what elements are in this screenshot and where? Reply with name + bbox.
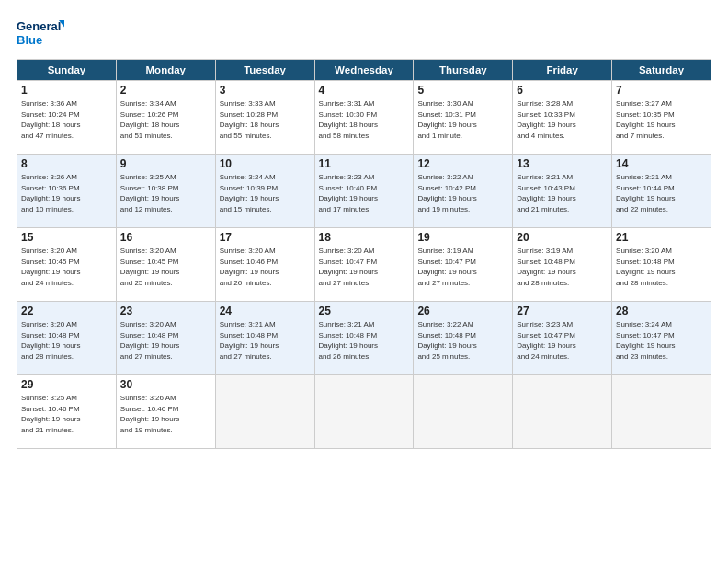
day-info: Sunrise: 3:20 AMSunset: 10:47 PMDaylight…: [319, 246, 410, 288]
calendar-cell: [314, 375, 414, 449]
day-number: 12: [417, 157, 508, 170]
day-number: 13: [517, 157, 608, 170]
calendar-cell: 13Sunrise: 3:21 AMSunset: 10:43 PMDaylig…: [513, 155, 612, 228]
day-number: 8: [21, 157, 112, 170]
day-info: Sunrise: 3:23 AMSunset: 10:40 PMDaylight…: [319, 172, 410, 214]
day-number: 20: [517, 231, 608, 244]
calendar-cell: [513, 375, 612, 449]
calendar-cell: 20Sunrise: 3:19 AMSunset: 10:48 PMDaylig…: [513, 228, 612, 302]
svg-text:Blue: Blue: [17, 33, 42, 47]
calendar-cell: 24Sunrise: 3:21 AMSunset: 10:48 PMDaylig…: [215, 302, 314, 375]
day-number: 21: [616, 231, 707, 244]
header-friday: Friday: [513, 60, 612, 81]
calendar-cell: 19Sunrise: 3:19 AMSunset: 10:47 PMDaylig…: [414, 228, 513, 302]
day-info: Sunrise: 3:30 AMSunset: 10:31 PMDaylight…: [417, 98, 508, 141]
calendar-cell: 10Sunrise: 3:24 AMSunset: 10:39 PMDaylig…: [215, 155, 314, 228]
calendar-cell: 25Sunrise: 3:21 AMSunset: 10:48 PMDaylig…: [314, 302, 414, 375]
calendar-cell: 30Sunrise: 3:26 AMSunset: 10:46 PMDaylig…: [116, 375, 215, 449]
calendar-cell: 2Sunrise: 3:34 AMSunset: 10:26 PMDayligh…: [116, 81, 215, 155]
day-info: Sunrise: 3:20 AMSunset: 10:45 PMDaylight…: [21, 246, 112, 288]
calendar-cell: [215, 375, 314, 449]
header-sunday: Sunday: [17, 60, 117, 81]
day-info: Sunrise: 3:36 AMSunset: 10:24 PMDaylight…: [21, 98, 112, 141]
calendar-cell: 15Sunrise: 3:20 AMSunset: 10:45 PMDaylig…: [17, 228, 117, 302]
svg-text:General: General: [17, 19, 61, 33]
calendar-cell: 7Sunrise: 3:27 AMSunset: 10:35 PMDayligh…: [612, 81, 711, 155]
week-row-2: 8Sunrise: 3:26 AMSunset: 10:36 PMDayligh…: [17, 155, 711, 228]
day-info: Sunrise: 3:20 AMSunset: 10:48 PMDaylight…: [21, 319, 112, 362]
day-info: Sunrise: 3:20 AMSunset: 10:46 PMDaylight…: [220, 246, 311, 288]
day-number: 28: [616, 304, 707, 317]
calendar-cell: 1Sunrise: 3:36 AMSunset: 10:24 PMDayligh…: [17, 81, 117, 155]
day-number: 30: [120, 378, 211, 391]
calendar-cell: 9Sunrise: 3:25 AMSunset: 10:38 PMDayligh…: [116, 155, 215, 228]
calendar-cell: 16Sunrise: 3:20 AMSunset: 10:45 PMDaylig…: [116, 228, 215, 302]
week-row-4: 22Sunrise: 3:20 AMSunset: 10:48 PMDaylig…: [17, 302, 711, 375]
day-number: 15: [21, 231, 112, 244]
calendar-cell: 28Sunrise: 3:24 AMSunset: 10:47 PMDaylig…: [612, 302, 711, 375]
day-number: 27: [517, 304, 608, 317]
calendar-cell: 17Sunrise: 3:20 AMSunset: 10:46 PMDaylig…: [215, 228, 314, 302]
day-number: 23: [120, 304, 211, 317]
day-info: Sunrise: 3:34 AMSunset: 10:26 PMDaylight…: [120, 98, 211, 141]
day-number: 29: [21, 378, 112, 391]
calendar-cell: 4Sunrise: 3:31 AMSunset: 10:30 PMDayligh…: [314, 81, 414, 155]
day-info: Sunrise: 3:21 AMSunset: 10:48 PMDaylight…: [319, 319, 410, 362]
header-monday: Monday: [116, 60, 215, 81]
day-info: Sunrise: 3:21 AMSunset: 10:48 PMDaylight…: [220, 319, 311, 362]
calendar-header-row: SundayMondayTuesdayWednesdayThursdayFrid…: [17, 60, 711, 81]
day-number: 18: [319, 231, 410, 244]
calendar-cell: 22Sunrise: 3:20 AMSunset: 10:48 PMDaylig…: [17, 302, 117, 375]
day-info: Sunrise: 3:26 AMSunset: 10:46 PMDaylight…: [120, 393, 211, 435]
day-info: Sunrise: 3:19 AMSunset: 10:47 PMDaylight…: [417, 246, 508, 288]
day-number: 24: [220, 304, 311, 317]
day-info: Sunrise: 3:24 AMSunset: 10:47 PMDaylight…: [616, 319, 707, 362]
day-info: Sunrise: 3:23 AMSunset: 10:47 PMDaylight…: [517, 319, 608, 362]
calendar-cell: 6Sunrise: 3:28 AMSunset: 10:33 PMDayligh…: [513, 81, 612, 155]
day-info: Sunrise: 3:20 AMSunset: 10:45 PMDaylight…: [120, 246, 211, 288]
header: General Blue: [17, 17, 711, 50]
calendar-cell: 26Sunrise: 3:22 AMSunset: 10:48 PMDaylig…: [414, 302, 513, 375]
day-number: 5: [417, 84, 508, 97]
day-info: Sunrise: 3:28 AMSunset: 10:33 PMDaylight…: [517, 98, 608, 141]
day-number: 11: [319, 157, 410, 170]
week-row-1: 1Sunrise: 3:36 AMSunset: 10:24 PMDayligh…: [17, 81, 711, 155]
day-number: 3: [220, 84, 311, 97]
day-info: Sunrise: 3:26 AMSunset: 10:36 PMDaylight…: [21, 172, 112, 214]
calendar-cell: 21Sunrise: 3:20 AMSunset: 10:48 PMDaylig…: [612, 228, 711, 302]
calendar-cell: 11Sunrise: 3:23 AMSunset: 10:40 PMDaylig…: [314, 155, 414, 228]
day-number: 6: [517, 84, 608, 97]
calendar-cell: 29Sunrise: 3:25 AMSunset: 10:46 PMDaylig…: [17, 375, 117, 449]
day-number: 7: [616, 84, 707, 97]
header-saturday: Saturday: [612, 60, 711, 81]
week-row-3: 15Sunrise: 3:20 AMSunset: 10:45 PMDaylig…: [17, 228, 711, 302]
calendar-cell: [612, 375, 711, 449]
calendar-cell: 18Sunrise: 3:20 AMSunset: 10:47 PMDaylig…: [314, 228, 414, 302]
day-info: Sunrise: 3:27 AMSunset: 10:35 PMDaylight…: [616, 98, 707, 141]
day-info: Sunrise: 3:33 AMSunset: 10:28 PMDaylight…: [220, 98, 311, 141]
day-info: Sunrise: 3:20 AMSunset: 10:48 PMDaylight…: [616, 246, 707, 288]
day-number: 2: [120, 84, 211, 97]
calendar-cell: 8Sunrise: 3:26 AMSunset: 10:36 PMDayligh…: [17, 155, 117, 228]
day-number: 25: [319, 304, 410, 317]
day-number: 19: [417, 231, 508, 244]
day-number: 17: [220, 231, 311, 244]
calendar-cell: [414, 375, 513, 449]
day-info: Sunrise: 3:22 AMSunset: 10:48 PMDaylight…: [417, 319, 508, 362]
day-info: Sunrise: 3:24 AMSunset: 10:39 PMDaylight…: [220, 172, 311, 214]
logo: General Blue: [17, 17, 64, 50]
calendar-cell: 14Sunrise: 3:21 AMSunset: 10:44 PMDaylig…: [612, 155, 711, 228]
header-tuesday: Tuesday: [215, 60, 314, 81]
calendar: SundayMondayTuesdayWednesdayThursdayFrid…: [17, 59, 711, 449]
logo-svg: General Blue: [17, 17, 64, 50]
calendar-cell: 12Sunrise: 3:22 AMSunset: 10:42 PMDaylig…: [414, 155, 513, 228]
day-number: 22: [21, 304, 112, 317]
day-number: 26: [417, 304, 508, 317]
week-row-5: 29Sunrise: 3:25 AMSunset: 10:46 PMDaylig…: [17, 375, 711, 449]
day-info: Sunrise: 3:25 AMSunset: 10:46 PMDaylight…: [21, 393, 112, 435]
calendar-cell: 27Sunrise: 3:23 AMSunset: 10:47 PMDaylig…: [513, 302, 612, 375]
day-info: Sunrise: 3:21 AMSunset: 10:43 PMDaylight…: [517, 172, 608, 214]
calendar-cell: 3Sunrise: 3:33 AMSunset: 10:28 PMDayligh…: [215, 81, 314, 155]
day-number: 14: [616, 157, 707, 170]
day-number: 10: [220, 157, 311, 170]
